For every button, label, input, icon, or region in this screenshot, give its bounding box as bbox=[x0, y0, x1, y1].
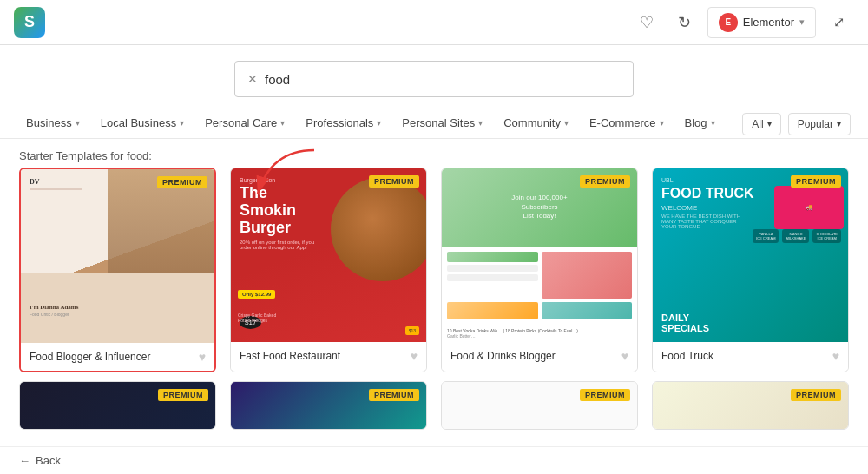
template-card-bottom-4[interactable]: PREMIUM bbox=[652, 381, 849, 430]
chevron-down-icon: ▾ bbox=[564, 118, 569, 128]
template-footer: Food Blogger & Influencer ♥ bbox=[21, 343, 214, 371]
back-label: Back bbox=[36, 454, 61, 467]
elementor-selector[interactable]: E Elementor ▾ bbox=[707, 7, 816, 38]
tab-local-business[interactable]: Local Business ▾ bbox=[92, 109, 193, 138]
starter-label: Starter Templates for food: bbox=[0, 139, 868, 168]
template-card-food-blogger[interactable]: DV I'm Dianna Adams Food Critic / Blogge… bbox=[19, 168, 216, 372]
favorite-button[interactable]: ♥ bbox=[832, 349, 839, 363]
favorite-button[interactable]: ♥ bbox=[411, 349, 418, 363]
premium-badge: PREMIUM bbox=[580, 389, 630, 401]
template-thumbnail: DV I'm Dianna Adams Food Critic / Blogge… bbox=[21, 169, 214, 343]
template-card-food-drinks[interactable]: Join our 100,000+SubscribersList Today! bbox=[441, 168, 638, 372]
food-blogger-thumbnail: DV I'm Dianna Adams Food Critic / Blogge… bbox=[21, 169, 214, 343]
template-grid-row2: PREMIUM PREMIUM PREMIUM PREMIUM bbox=[0, 381, 868, 430]
tab-blog[interactable]: Blog ▾ bbox=[676, 109, 724, 138]
chevron-down-icon: ▾ bbox=[799, 16, 805, 28]
template-thumbnail: UBL FOOD TRUCK WELCOME WE HAVE THE BEST … bbox=[653, 168, 848, 342]
food-drinks-thumbnail: Join our 100,000+SubscribersList Today! bbox=[442, 168, 637, 342]
favorite-button[interactable]: ♥ bbox=[621, 349, 628, 363]
tab-personal-sites[interactable]: Personal Sites ▾ bbox=[393, 109, 491, 138]
template-name: Fast Food Restaurant bbox=[240, 350, 340, 362]
chevron-down-icon: ▾ bbox=[76, 118, 80, 128]
elementor-logo: E bbox=[719, 13, 738, 32]
premium-badge: PREMIUM bbox=[791, 389, 841, 401]
tab-personal-care[interactable]: Personal Care ▾ bbox=[196, 109, 293, 138]
premium-badge: PREMIUM bbox=[369, 175, 419, 188]
search-clear-button[interactable]: ✕ bbox=[247, 72, 258, 86]
template-name: Food Truck bbox=[661, 350, 713, 362]
template-card-food-truck[interactable]: UBL FOOD TRUCK WELCOME WE HAVE THE BEST … bbox=[652, 168, 849, 372]
fast-food-thumbnail: BurgerNation TheSmokinBurger 20% off on … bbox=[231, 168, 426, 342]
template-name: Food & Drinks Blogger bbox=[450, 350, 556, 362]
premium-badge: PREMIUM bbox=[369, 389, 419, 401]
back-arrow-icon: ← bbox=[19, 454, 30, 467]
back-button[interactable]: ← Back bbox=[0, 446, 868, 474]
chevron-down-icon: ▾ bbox=[180, 118, 184, 128]
search-bar: ✕ bbox=[234, 61, 634, 97]
template-card-bottom-3[interactable]: PREMIUM bbox=[441, 381, 638, 430]
food-truck-thumbnail: UBL FOOD TRUCK WELCOME WE HAVE THE BEST … bbox=[653, 168, 848, 342]
template-card-bottom-1[interactable]: PREMIUM bbox=[19, 381, 216, 430]
filter-popular-button[interactable]: Popular ▾ bbox=[788, 113, 851, 135]
template-name: Food Blogger & Influencer bbox=[30, 351, 150, 363]
chevron-down-icon: ▾ bbox=[377, 118, 381, 128]
external-link-icon[interactable]: ⤢ bbox=[823, 7, 854, 38]
main-content: ✕ Business ▾ Local Business ▾ Personal C… bbox=[0, 45, 868, 474]
template-thumbnail: BurgerNation TheSmokinBurger 20% off on … bbox=[231, 168, 426, 342]
filter-all-button[interactable]: All ▾ bbox=[742, 113, 780, 135]
search-bar-wrap: ✕ bbox=[0, 45, 868, 106]
refresh-button[interactable]: ↻ bbox=[669, 7, 700, 38]
nav-tabs: Business ▾ Local Business ▾ Personal Car… bbox=[0, 106, 868, 139]
topbar: S ♡ ↻ E Elementor ▾ ⤢ bbox=[0, 0, 868, 45]
chevron-down-icon: ▾ bbox=[837, 119, 841, 128]
favorite-button[interactable]: ♥ bbox=[199, 350, 206, 364]
tab-professionals[interactable]: Professionals ▾ bbox=[297, 109, 390, 138]
tab-business[interactable]: Business ▾ bbox=[17, 109, 89, 138]
template-card-bottom-2[interactable]: PREMIUM bbox=[230, 381, 427, 430]
template-grid: DV I'm Dianna Adams Food Critic / Blogge… bbox=[0, 168, 868, 381]
app-logo: S bbox=[14, 7, 45, 38]
premium-badge: PREMIUM bbox=[158, 389, 208, 401]
template-footer: Food Truck ♥ bbox=[653, 342, 848, 370]
tab-community[interactable]: Community ▾ bbox=[495, 109, 577, 138]
chevron-down-icon: ▾ bbox=[280, 118, 285, 128]
template-thumbnail: Join our 100,000+SubscribersList Today! bbox=[442, 168, 637, 342]
chevron-down-icon: ▾ bbox=[711, 118, 715, 128]
tab-ecommerce[interactable]: E-Commerce ▾ bbox=[581, 109, 673, 138]
chevron-down-icon: ▾ bbox=[478, 118, 483, 128]
favorites-button[interactable]: ♡ bbox=[631, 7, 662, 38]
template-footer: Fast Food Restaurant ♥ bbox=[231, 342, 426, 370]
search-input[interactable] bbox=[265, 72, 621, 87]
chevron-down-icon: ▾ bbox=[660, 118, 664, 128]
premium-badge: PREMIUM bbox=[580, 175, 630, 188]
elementor-label: Elementor bbox=[743, 16, 794, 29]
chevron-down-icon: ▾ bbox=[767, 119, 772, 128]
template-card-fast-food[interactable]: BurgerNation TheSmokinBurger 20% off on … bbox=[230, 168, 427, 372]
premium-badge: PREMIUM bbox=[157, 176, 207, 188]
template-footer: Food & Drinks Blogger ♥ bbox=[442, 342, 637, 370]
premium-badge: PREMIUM bbox=[791, 175, 841, 188]
